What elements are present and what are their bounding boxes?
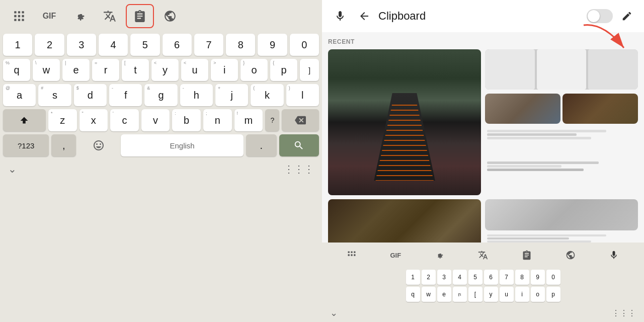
mini-clipboard-icon[interactable]	[518, 246, 536, 264]
mini-dots-icon[interactable]: ⋮⋮⋮	[612, 308, 636, 318]
key-excl[interactable]: ?	[265, 109, 279, 131]
mini-key-0[interactable]: 0	[546, 270, 560, 285]
mini-key-7[interactable]: 7	[500, 270, 514, 285]
clip-item-stats-3[interactable]	[485, 232, 638, 243]
mini-key-e[interactable]: e	[437, 287, 451, 302]
key-y[interactable]: <y	[151, 59, 179, 81]
comma-key[interactable]: ,	[51, 134, 76, 156]
key-i[interactable]: >i	[211, 59, 238, 81]
key-r[interactable]: =r	[92, 59, 119, 81]
mini-key-i[interactable]: i	[515, 287, 529, 302]
key-l[interactable]: )l	[286, 84, 319, 106]
gif-label: GIF	[43, 12, 56, 21]
key-j[interactable]: +j	[215, 84, 248, 106]
mini-key-t[interactable]: [	[468, 287, 482, 302]
key-n[interactable]: ;n	[203, 109, 232, 131]
mini-key-r[interactable]: rt	[453, 287, 467, 302]
toggle-button[interactable]	[587, 9, 613, 23]
clip-item-food[interactable]	[562, 94, 638, 124]
mini-key-8[interactable]: 8	[515, 270, 529, 285]
clip-item-portrait[interactable]	[485, 94, 560, 124]
back-button[interactable]	[355, 7, 373, 25]
mini-mic-icon[interactable]	[605, 246, 623, 264]
mini-apps-icon[interactable]	[343, 246, 361, 264]
key-t[interactable]: [t	[122, 59, 149, 81]
key-p[interactable]: {p	[270, 59, 297, 81]
clip-item-stats-1[interactable]	[485, 128, 638, 155]
mini-key-1[interactable]: 1	[406, 270, 420, 285]
mini-key-2[interactable]: 2	[422, 270, 436, 285]
key-b[interactable]: :b	[172, 109, 201, 131]
clip-item-charger[interactable]	[485, 199, 638, 230]
mini-key-w[interactable]: w	[422, 287, 436, 302]
key-4[interactable]: 4	[99, 34, 128, 56]
settings-icon[interactable]	[65, 4, 94, 28]
mini-settings-icon[interactable]	[430, 246, 448, 264]
keyboard-dots-icon[interactable]: ⋮⋮⋮	[284, 163, 314, 175]
key-e[interactable]: |e	[62, 59, 90, 81]
space-key[interactable]: English	[121, 134, 244, 156]
key-a[interactable]: @a	[3, 84, 36, 106]
key-x[interactable]: "x	[79, 109, 108, 131]
clipboard-panel: Clipboard RECENT	[322, 0, 644, 322]
mini-key-9[interactable]: 9	[531, 270, 545, 285]
key-0[interactable]: 0	[290, 34, 319, 56]
key-m[interactable]: !m	[234, 109, 263, 131]
mini-gif-icon[interactable]: GIF	[386, 246, 405, 264]
key-z[interactable]: *z	[48, 109, 77, 131]
bridge-image	[328, 49, 481, 195]
clip-item-bridge[interactable]	[328, 49, 481, 195]
key-s[interactable]: #s	[38, 84, 71, 106]
search-key[interactable]	[279, 134, 319, 156]
globe-icon[interactable]	[156, 4, 184, 28]
clip-item-food-bottom[interactable]	[328, 199, 481, 243]
mini-globe-icon[interactable]	[561, 246, 580, 264]
mini-key-4[interactable]: 4	[453, 270, 467, 285]
period-key[interactable]: .	[246, 134, 277, 156]
delete-key[interactable]	[282, 109, 319, 131]
key-5[interactable]: 5	[130, 34, 159, 56]
key-2[interactable]: 2	[35, 34, 64, 56]
key-h[interactable]: -h	[180, 84, 213, 106]
key-6[interactable]: 6	[163, 34, 192, 56]
mini-key-3[interactable]: 3	[437, 270, 451, 285]
chevron-down-icon[interactable]: ⌄	[8, 163, 17, 175]
translate-icon[interactable]	[96, 4, 124, 28]
key-d[interactable]: $d	[74, 84, 107, 106]
clip-item-screenshot-1[interactable]	[485, 49, 638, 90]
key-k[interactable]: (k	[251, 84, 283, 106]
apps-grid-icon[interactable]	[5, 4, 33, 28]
key-g[interactable]: &g	[144, 84, 177, 106]
mini-key-y[interactable]: y	[484, 287, 498, 302]
key-u[interactable]: <u	[181, 59, 208, 81]
mini-key-6[interactable]: 6	[484, 270, 498, 285]
mini-key-u[interactable]: u	[500, 287, 514, 302]
mini-qwerty-row: q w e rt [ y u i o p	[325, 287, 641, 302]
mini-translate-icon[interactable]	[474, 246, 492, 264]
key-7[interactable]: 7	[194, 34, 223, 56]
mini-key-q[interactable]: q	[406, 287, 420, 302]
mini-key-p[interactable]: p	[546, 287, 560, 302]
key-bracket[interactable]: ]	[300, 59, 319, 81]
clipboard-toolbar-icon[interactable]	[126, 4, 154, 28]
shift-key[interactable]	[3, 109, 46, 131]
key-1[interactable]: 1	[3, 34, 32, 56]
key-v[interactable]: v	[141, 109, 170, 131]
key-w[interactable]: \w	[33, 59, 60, 81]
key-f[interactable]: -f	[109, 84, 142, 106]
mini-chevron-down-icon[interactable]: ⌄	[330, 307, 338, 318]
key-o[interactable]: }o	[240, 59, 268, 81]
mini-key-o[interactable]: o	[531, 287, 545, 302]
mini-key-5[interactable]: 5	[468, 270, 482, 285]
emoji-key[interactable]	[78, 134, 118, 156]
key-c[interactable]: 'c	[110, 109, 139, 131]
key-q[interactable]: %q	[3, 59, 30, 81]
gif-icon[interactable]: GIF	[35, 4, 63, 28]
key-9[interactable]: 9	[258, 34, 287, 56]
edit-button[interactable]	[618, 7, 636, 25]
key-8[interactable]: 8	[226, 34, 255, 56]
mic-button[interactable]	[330, 6, 350, 26]
key-3[interactable]: 3	[67, 34, 96, 56]
clip-item-stats-2[interactable]	[485, 159, 638, 187]
numbers-key[interactable]: ?123	[3, 134, 49, 156]
